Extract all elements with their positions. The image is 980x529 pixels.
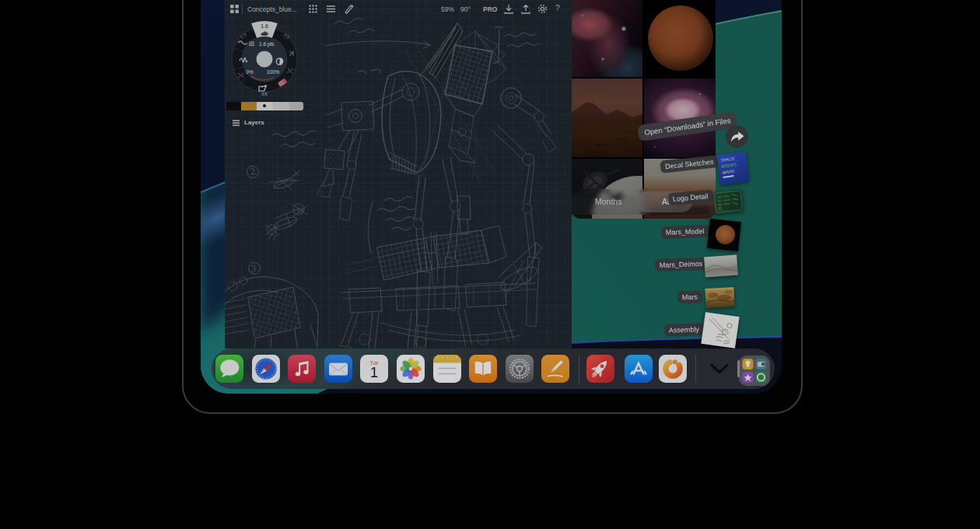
svg-text:1: 1 [370, 364, 379, 380]
